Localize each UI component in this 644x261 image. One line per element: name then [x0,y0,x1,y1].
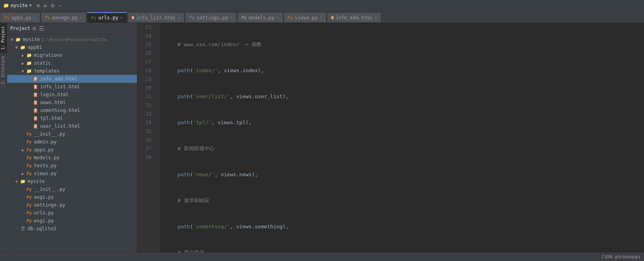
tree-item-models[interactable]: Py models.py [7,154,137,162]
tree-item-label: tests.py [34,163,57,168]
tab-info-list[interactable]: H info_list.html × [127,12,185,22]
arrow-icon: ▶ [20,61,26,65]
tree-item-info-add[interactable]: H info_add.html [7,75,137,83]
tree-item-label: __init__.py [34,186,65,192]
tree-item-db[interactable]: 🗄 db.sqlite3 [7,225,137,233]
sync-icon[interactable]: ⇄ [44,2,47,9]
tree-root-mysite[interactable]: ▼ 📁 mysite E:\PycharmProjects\mysite [7,35,137,43]
minimize-icon[interactable]: − [58,2,62,9]
panel-header: Project ⚙ ☰ [7,23,137,34]
panel-icon-1[interactable]: ⚙ [33,25,36,32]
tree-item-label: tpl.html [40,116,63,121]
tree-item-label: __init__.py [34,131,65,137]
tree-item-label: urls.py [34,210,54,216]
py-icon: Py [45,15,50,20]
project-panel: Project ⚙ ☰ ▼ 📁 mysite E:\PycharmProject… [7,23,137,252]
sidebar-tab-project[interactable]: 1: Project [0,23,7,53]
tree-item-app01[interactable]: ▼ 📁 app01 [7,43,137,51]
tree-item-static[interactable]: ▶ 📁 static [7,59,137,67]
html-icon: H [32,76,39,82]
close-icon[interactable]: × [230,15,232,20]
close-icon[interactable]: × [120,16,123,20]
code-area[interactable]: 23 24 25 26 27 28 29 30 31 32 33 34 35 3… [137,23,644,252]
close-icon[interactable]: × [320,15,322,20]
code-line-27: # 新闻联通中心 [165,144,644,153]
project-label[interactable]: 📁 mysite ▼ [3,3,32,8]
close-icon[interactable]: × [178,15,180,20]
path-label: E:\PycharmProjects\mysite [41,37,107,42]
py-icon: Py [189,15,194,20]
tree-item-admin[interactable]: Py admin.py [7,138,137,146]
tree-item-label: login.html [40,92,69,97]
tab-info-add[interactable]: H info_add.html × [327,12,381,22]
py-icon: Py [241,15,246,20]
tab-views[interactable]: Py views.py × [284,12,327,22]
tree-item-mysite-folder[interactable]: ▼ 📁 mysite [7,177,137,185]
py-icon: Py [26,139,32,145]
arrow-icon: ▼ [20,69,26,73]
tree-item-urls[interactable]: Py urls.py [7,209,137,217]
code-line-29: # 请求和响应 [165,196,644,205]
tree-item-label: info_add.html [40,76,77,82]
folder-icon: 📁 [26,60,32,66]
code-content[interactable]: # www.xxx.com/index/ -> 函数 path('index/'… [161,23,644,252]
py-icon: Py [26,155,32,160]
tab-urls[interactable]: Py urls.py × [87,12,127,22]
tree-item-migrations[interactable]: ▶ 📁 migrations [7,51,137,59]
tab-settings[interactable]: Py settings.py × [185,12,237,22]
folder-icon: 📁 [26,52,32,58]
tree-item-info-list[interactable]: H info_list.html [7,83,137,91]
tree-item-asgi[interactable]: Py asgi.py [7,193,137,201]
code-line-25: path('user/list/', views.user_list), [165,92,644,101]
close-icon[interactable]: × [276,15,278,20]
tree-item-label: wsgi.py [34,218,54,224]
tree-item-init2[interactable]: Py __init__.py [7,185,137,193]
tree-item-something[interactable]: H something.html [7,106,137,114]
tree-item-views[interactable]: ▶ Py views.py [7,170,137,177]
tree-item-tpl[interactable]: H tpl.html [7,114,137,122]
tree-item-user-list[interactable]: H user_list.html [7,122,137,130]
tree-item-tests[interactable]: Py tests.py [7,162,137,170]
code-line-26: path('tpl/', views.tpl), [165,118,644,127]
tab-apps[interactable]: Py apps.py × [0,12,40,22]
tree-item-label: settings.py [34,202,65,208]
main-layout: 1: Project Z: Structure Project ⚙ ☰ ▼ 📁 … [0,23,644,252]
tree-item-settings[interactable]: Py settings.py [7,201,137,209]
tree-item-wsgi[interactable]: Py wsgi.py [7,217,137,225]
top-bar: 📁 mysite ▼ ⊕ ⇄ ⚙ − [0,0,644,11]
sidebar-tab-structure[interactable]: Z: Structure [0,53,7,88]
settings-icon[interactable]: ⚙ [51,2,54,9]
code-editor: 23 24 25 26 27 28 29 30 31 32 33 34 35 3… [137,23,644,252]
tree-item-apps[interactable]: ▶ Py apps.py [7,146,137,154]
py-icon: Py [26,210,32,216]
html-icon: H [32,84,39,89]
panel-icon-2[interactable]: ☰ [39,25,44,32]
close-icon[interactable]: × [375,15,377,20]
line-numbers: 23 24 25 26 27 28 29 30 31 32 33 34 35 3… [137,23,155,252]
tree-item-login[interactable]: H login.html [7,91,137,99]
tree-item-news[interactable]: H news.html [7,99,137,106]
tab-manage[interactable]: Py manage.py × [41,12,86,22]
arrow-icon: ▶ [20,148,26,152]
tree-item-templates[interactable]: ▼ 📁 templates [7,67,137,75]
tree-item-label: apps.py [34,147,54,153]
tree-item-label: mysite [28,179,45,184]
close-icon[interactable]: × [80,15,82,20]
html-icon: H [132,16,134,19]
add-icon[interactable]: ⊕ [36,2,39,9]
py-icon: Py [26,147,32,153]
tree-item-label: asgi.py [34,194,54,200]
tab-label: urls.py [98,15,118,21]
py-icon: Py [91,15,96,21]
tree-item-label: static [34,60,51,66]
code-line-28: path('news/', views.news), [165,170,644,179]
tree-item-init1[interactable]: Py __init__.py [7,130,137,138]
code-line-23: # www.xxx.com/index/ -> 函数 [165,40,644,49]
close-icon[interactable]: × [34,15,36,20]
tree-item-label: something.html [40,108,80,113]
html-icon: H [331,16,334,19]
tab-models[interactable]: Py models.py × [237,12,283,22]
html-icon: H [32,100,39,105]
arrow-icon: ▼ [9,37,15,42]
dropdown-icon: ▼ [29,3,32,7]
